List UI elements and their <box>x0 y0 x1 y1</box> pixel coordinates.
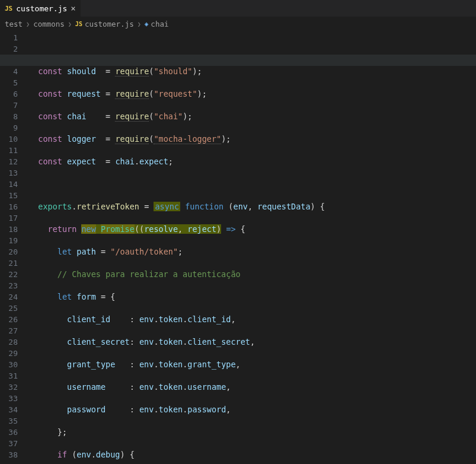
line-number: 34 <box>0 404 18 415</box>
chevron-right-icon: ❯ <box>68 21 72 27</box>
active-line-highlight <box>0 55 476 66</box>
code-line: const should = require("should"); <box>28 66 476 77</box>
line-number: 6 <box>0 88 18 100</box>
close-icon[interactable]: × <box>71 4 75 13</box>
line-number: 16 <box>0 201 18 212</box>
variable-icon: ◈ <box>145 20 149 28</box>
breadcrumb-item[interactable]: commons <box>33 20 65 28</box>
code-line: let path = "/oauth/token"; <box>28 246 476 258</box>
line-number: 24 <box>0 291 18 303</box>
code-line: client_id : env.token.client_id, <box>28 314 476 325</box>
code-line <box>28 179 476 190</box>
line-number: 35 <box>0 415 18 427</box>
code-line: const request = require("request"); <box>28 88 476 100</box>
code-line: // Chaves para realizar a autenticação <box>28 269 476 280</box>
code-line: const expect = chai.expect; <box>28 156 476 167</box>
line-number: 37 <box>0 438 18 449</box>
line-number: 21 <box>0 258 18 269</box>
line-number: 29 <box>0 348 18 359</box>
line-number: 25 <box>0 303 18 314</box>
code-line: grant_type : env.token.grant_type, <box>28 359 476 370</box>
tab-filename: customer.js <box>16 4 67 13</box>
code-editor[interactable]: 1 2 3 4 5 6 7 8 9 10 11 12 13 14 15 16 1… <box>0 31 476 464</box>
breadcrumb-symbol-name: chai <box>151 20 168 28</box>
code-line: if (env.debug) { <box>28 449 476 460</box>
line-number: 12 <box>0 156 18 167</box>
tabs-bar: JS customer.js × <box>0 0 476 17</box>
line-number: 38 <box>0 449 18 460</box>
line-number: 14 <box>0 179 18 190</box>
code-line: username : env.token.username, <box>28 382 476 393</box>
tab-customer-js[interactable]: JS customer.js × <box>0 0 81 17</box>
breadcrumb-filename: customer.js <box>85 20 134 28</box>
line-number: 17 <box>0 212 18 224</box>
line-number: 32 <box>0 382 18 393</box>
breadcrumb: test ❯ commons ❯ JS customer.js ❯ ◈ chai <box>0 17 476 31</box>
line-number: 30 <box>0 359 18 370</box>
line-number: 31 <box>0 370 18 382</box>
line-number: 5 <box>0 77 18 88</box>
line-number: 28 <box>0 336 18 348</box>
line-number: 23 <box>0 280 18 291</box>
breadcrumb-file[interactable]: JS customer.js <box>75 20 134 28</box>
chevron-right-icon: ❯ <box>138 21 141 27</box>
code-area[interactable]: const should = require("should"); const … <box>28 31 476 464</box>
code-line: let form = { <box>28 291 476 303</box>
line-number: 4 <box>0 66 18 77</box>
breadcrumb-item[interactable]: test <box>5 20 23 28</box>
line-number: 11 <box>0 145 18 156</box>
line-number-gutter: 1 2 3 4 5 6 7 8 9 10 11 12 13 14 15 16 1… <box>0 31 28 464</box>
line-number: 26 <box>0 314 18 325</box>
line-number: 1 <box>0 32 18 43</box>
line-number: 10 <box>0 134 18 145</box>
code-line: }; <box>28 427 476 438</box>
line-number: 20 <box>0 246 18 258</box>
code-line: return new Promise((resolve, reject) => … <box>28 224 476 235</box>
line-number: 36 <box>0 427 18 438</box>
chevron-right-icon: ❯ <box>26 21 30 27</box>
line-number: 18 <box>0 224 18 235</box>
breadcrumb-symbol[interactable]: ◈ chai <box>145 20 169 28</box>
js-file-icon: JS <box>75 21 82 27</box>
line-number: 27 <box>0 325 18 336</box>
line-number: 22 <box>0 269 18 280</box>
line-number: 8 <box>0 111 18 122</box>
code-line: const logger = require("mocha-logger"); <box>28 134 476 145</box>
line-number: 9 <box>0 122 18 134</box>
line-number: 13 <box>0 167 18 179</box>
code-line: const chai = require("chai"); <box>28 111 476 122</box>
line-number: 19 <box>0 235 18 246</box>
code-line: exports.retrieveToken = async function (… <box>28 201 476 212</box>
code-line: password : env.token.password, <box>28 404 476 415</box>
line-number: 15 <box>0 190 18 201</box>
line-number: 2 <box>0 43 18 55</box>
line-number: 33 <box>0 393 18 404</box>
code-line: client_secret: env.token.client_secret, <box>28 336 476 348</box>
line-number: 7 <box>0 100 18 111</box>
js-file-icon: JS <box>5 5 12 12</box>
